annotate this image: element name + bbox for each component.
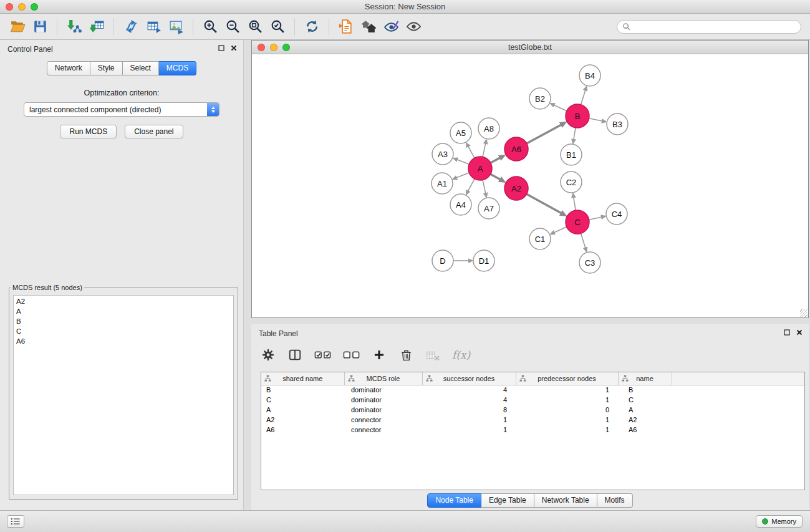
run-mcds-button[interactable]: Run MCDS — [60, 125, 117, 138]
graph-node-C2[interactable]: C2 — [561, 172, 582, 193]
graph-node-D[interactable]: D — [432, 250, 453, 271]
node-table-row[interactable]: Bdominator41B — [261, 385, 805, 395]
zoom-fit-button[interactable] — [244, 16, 266, 37]
graph-edge-A-A7[interactable] — [483, 180, 486, 193]
graph-node-B4[interactable]: B4 — [579, 65, 600, 86]
export-image-button[interactable] — [165, 16, 187, 37]
import-network-from-file-button[interactable] — [63, 16, 85, 37]
new-network-button[interactable] — [120, 16, 142, 37]
tab-node-table[interactable]: Node Table — [427, 493, 481, 508]
graph-node-A6[interactable]: A6 — [504, 137, 528, 161]
graph-edge-A-A8[interactable] — [483, 143, 486, 157]
column-header-name[interactable]: name — [618, 372, 672, 385]
refresh-layout-button[interactable] — [301, 16, 323, 37]
tab-mcds[interactable]: MCDS — [159, 61, 196, 75]
zoom-in-button[interactable] — [199, 16, 221, 37]
graph-node-B3[interactable]: B3 — [607, 114, 628, 135]
column-header-predecessor-nodes[interactable]: predecessor nodes — [516, 372, 618, 385]
task-history-button[interactable] — [7, 515, 24, 528]
tab-network[interactable]: Network — [47, 61, 90, 75]
graph-node-C[interactable]: C — [566, 210, 589, 234]
toolbar-search[interactable] — [617, 20, 801, 34]
network-canvas[interactable]: B4B2BB3A5A8A6B1A3AC2A1A2A4A7C4CC1C3DD1 — [252, 54, 808, 317]
save-session-button[interactable] — [29, 16, 51, 37]
memory-button[interactable]: Memory — [756, 515, 803, 528]
criterion-dropdown[interactable]: largest connected component (directed) — [24, 102, 219, 117]
graph-edge-C-C2[interactable] — [574, 198, 576, 211]
select-all-columns-button[interactable] — [314, 347, 331, 363]
mcds-result-item[interactable]: A6 — [14, 336, 233, 346]
graph-node-B1[interactable]: B1 — [561, 144, 582, 165]
graph-node-C1[interactable]: C1 — [529, 228, 551, 249]
import-table-from-file-button[interactable] — [85, 16, 108, 37]
window-resize-grip[interactable] — [800, 309, 808, 317]
zoom-selected-button[interactable] — [266, 16, 289, 37]
node-table-row[interactable]: A2connector11A2 — [261, 415, 805, 425]
node-table-row[interactable]: Adominator80A — [261, 405, 805, 415]
graph-node-A[interactable]: A — [468, 157, 492, 180]
float-panel-icon[interactable] — [784, 329, 790, 336]
graph-node-D1[interactable]: D1 — [473, 250, 494, 271]
tab-edge-table[interactable]: Edge Table — [481, 493, 534, 508]
graph-node-A7[interactable]: A7 — [478, 198, 499, 219]
graph-edge-B-B3[interactable] — [589, 118, 602, 121]
table-settings-button[interactable] — [261, 347, 276, 363]
graph-edge-C-C3[interactable] — [581, 233, 586, 248]
tab-style[interactable]: Style — [90, 61, 123, 75]
tab-motifs[interactable]: Motifs — [597, 493, 633, 508]
graph-edge-A-A6[interactable] — [491, 158, 500, 163]
zoom-out-button[interactable] — [221, 16, 244, 37]
graph-node-A4[interactable]: A4 — [450, 194, 471, 215]
graph-edge-A6-B[interactable] — [527, 125, 561, 143]
graph-edge-C-C1[interactable] — [554, 227, 567, 233]
graph-edge-C-C4[interactable] — [589, 217, 602, 220]
delete-table-button[interactable] — [425, 347, 440, 363]
tab-network-table[interactable]: Network Table — [534, 493, 597, 508]
create-column-button[interactable] — [372, 347, 387, 363]
import-network-from-table-button[interactable] — [142, 16, 165, 37]
node-table-row[interactable]: Cdominator41C — [261, 395, 805, 405]
mcds-result-item[interactable]: C — [14, 326, 233, 336]
graph-node-B2[interactable]: B2 — [529, 88, 551, 109]
close-panel-button[interactable]: Close panel — [125, 125, 183, 138]
function-builder-button[interactable]: f(x) — [452, 347, 470, 363]
close-panel-icon[interactable] — [231, 45, 237, 51]
delete-columns-button[interactable] — [398, 347, 413, 363]
mcds-result-list[interactable]: A2ABCA6 — [13, 295, 234, 495]
mcds-result-item[interactable]: B — [14, 316, 233, 326]
graph-edge-A-A3[interactable] — [457, 160, 469, 164]
float-panel-icon[interactable] — [218, 45, 224, 51]
node-table-row[interactable]: A6connector11A6 — [261, 425, 805, 435]
graph-node-A5[interactable]: A5 — [450, 122, 471, 143]
graph-node-A1[interactable]: A1 — [432, 173, 453, 194]
graph-node-A8[interactable]: A8 — [478, 118, 499, 139]
graph-edge-A2-C[interactable] — [527, 194, 561, 213]
graph-node-C3[interactable]: C3 — [579, 252, 600, 273]
graph-node-C4[interactable]: C4 — [606, 203, 627, 225]
search-input[interactable] — [634, 22, 796, 31]
show-hide-button[interactable] — [402, 16, 425, 37]
open-document-button[interactable] — [335, 16, 357, 37]
graph-edge-A-A5[interactable] — [468, 147, 475, 158]
tab-select[interactable]: Select — [123, 61, 159, 75]
graph-edge-A-A2[interactable] — [491, 174, 500, 179]
graph-edge-B-B2[interactable] — [554, 105, 567, 111]
close-panel-icon[interactable] — [796, 329, 803, 336]
graph-node-B[interactable]: B — [566, 104, 589, 128]
home-view-button[interactable] — [357, 16, 380, 37]
column-header-successor-nodes[interactable]: successor nodes — [422, 372, 516, 385]
mcds-result-item[interactable]: A2 — [14, 296, 233, 306]
graphics-details-button[interactable] — [380, 16, 402, 37]
mcds-result-item[interactable]: A — [14, 306, 233, 316]
column-header-mcds-role[interactable]: MCDS role — [344, 372, 422, 385]
deselect-all-columns-button[interactable] — [343, 347, 360, 363]
graph-node-A3[interactable]: A3 — [432, 143, 453, 165]
graph-edge-A-A4[interactable] — [468, 179, 475, 191]
graph-node-A2[interactable]: A2 — [504, 177, 528, 200]
column-header-shared-name[interactable]: shared name — [261, 372, 344, 385]
show-columns-button[interactable] — [287, 347, 302, 363]
graph-edge-A-A1[interactable] — [456, 173, 469, 178]
graph-edge-B-B4[interactable] — [581, 90, 586, 105]
graph-edge-B-B1[interactable] — [574, 128, 576, 140]
open-session-button[interactable] — [6, 16, 29, 37]
